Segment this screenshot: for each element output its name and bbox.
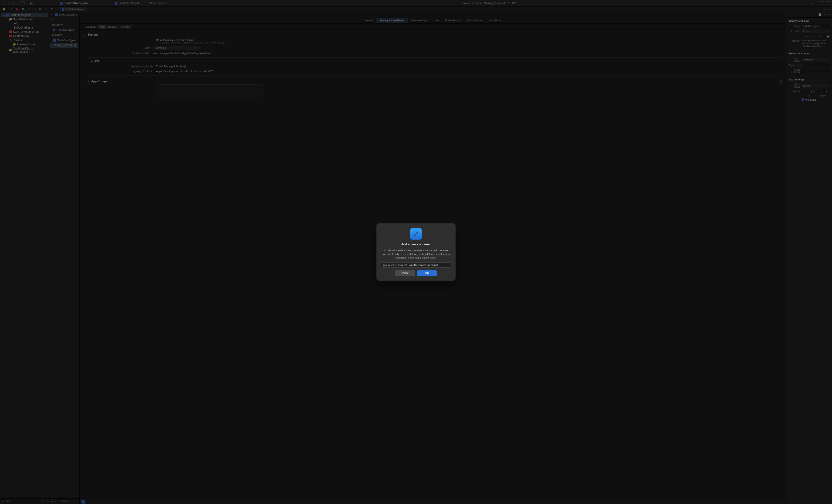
dialog-description: Xcode will create a new container if the… bbox=[381, 249, 451, 259]
cancel-button[interactable]: Cancel bbox=[395, 270, 415, 276]
ok-button[interactable]: OK bbox=[417, 270, 437, 276]
dialog-title: Add a new container bbox=[401, 243, 431, 246]
container-name-input[interactable] bbox=[381, 262, 451, 268]
xcode-app-icon bbox=[410, 228, 422, 240]
add-container-dialog: Add a new container Xcode will create a … bbox=[376, 223, 456, 280]
modal-overlay: Add a new container Xcode will create a … bbox=[0, 0, 832, 504]
